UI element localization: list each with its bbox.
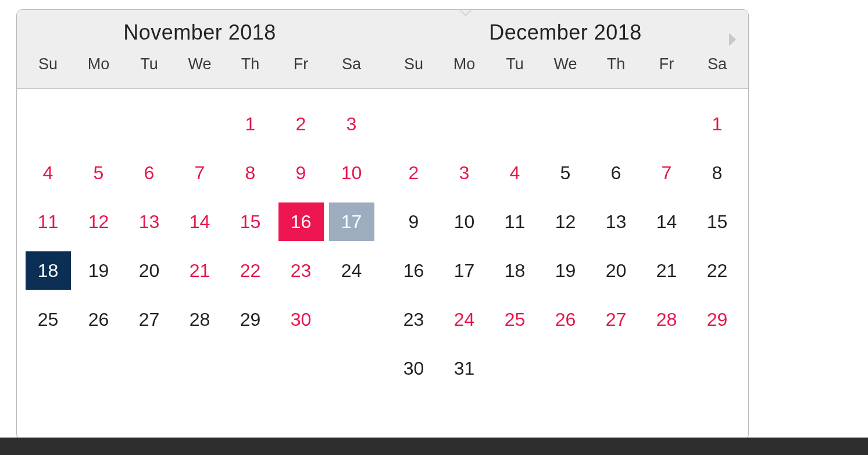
calendar-day[interactable]: 27 (591, 295, 641, 344)
calendar-day[interactable]: 15 (225, 197, 276, 246)
calendar-day-number: 21 (644, 251, 690, 290)
calendar-day[interactable]: 10 (439, 197, 490, 246)
calendar-day[interactable]: 13 (591, 197, 641, 246)
dow-label: Sa (692, 55, 742, 73)
calendar-day-number: 25 (492, 300, 538, 339)
calendar-day-number: 27 (594, 300, 639, 339)
calendar-day[interactable]: 22 (225, 246, 276, 295)
calendar-day[interactable]: 11 (23, 197, 73, 246)
dow-label: Mo (73, 55, 124, 73)
calendar-day[interactable]: 21 (641, 246, 692, 295)
calendar-day[interactable]: 20 (591, 246, 641, 295)
calendar-day[interactable]: 26 (540, 295, 591, 344)
calendar-day-number: 29 (695, 300, 740, 339)
calendar-day[interactable]: 5 (73, 148, 124, 197)
calendar-day-empty (641, 99, 692, 148)
calendar-day[interactable]: 6 (591, 148, 641, 197)
calendar-day[interactable]: 31 (439, 344, 490, 393)
calendar-day[interactable]: 3 (439, 148, 490, 197)
calendar-day[interactable]: 25 (23, 295, 73, 344)
calendar-day[interactable]: 13 (124, 197, 174, 246)
calendar-day[interactable]: 4 (23, 148, 73, 197)
calendar-day[interactable]: 19 (73, 246, 124, 295)
calendar-day-number (492, 349, 538, 388)
calendar-day-number (492, 105, 538, 143)
calendar-day[interactable]: 5 (540, 148, 591, 197)
calendar-day-empty (124, 99, 174, 148)
calendar-day[interactable]: 28 (174, 295, 225, 344)
calendar-day-number: 5 (76, 154, 122, 192)
calendar-day[interactable]: 22 (692, 246, 742, 295)
calendar-day[interactable]: 14 (174, 197, 225, 246)
calendar-day[interactable]: 2 (276, 99, 326, 148)
calendar-day[interactable]: 23 (276, 246, 326, 295)
calendar-day[interactable]: 25 (490, 295, 540, 344)
calendar-day-empty (692, 344, 742, 393)
calendar-week: 3031 (388, 344, 742, 393)
calendar-day-number: 8 (695, 154, 740, 192)
calendar-day[interactable]: 11 (490, 197, 540, 246)
calendar-day-number: 7 (644, 154, 690, 192)
calendar-day-number: 12 (76, 202, 122, 241)
calendar-day[interactable]: 4 (490, 148, 540, 197)
calendar-day[interactable]: 12 (540, 197, 591, 246)
calendar-day-number: 18 (26, 251, 71, 290)
calendar-day[interactable]: 7 (174, 148, 225, 197)
calendar-day[interactable]: 2 (388, 148, 439, 197)
calendar-day-number: 22 (228, 251, 273, 290)
dow-label: We (174, 55, 225, 73)
calendar-day[interactable]: 30 (388, 344, 439, 393)
calendar-day[interactable]: 9 (276, 148, 326, 197)
calendar-day-number: 23 (391, 300, 437, 339)
calendar-day-number: 13 (594, 202, 639, 241)
calendar-day[interactable]: 18 (23, 246, 73, 295)
calendar-day[interactable]: 29 (692, 295, 742, 344)
calendar-day-number: 1 (228, 105, 273, 143)
calendar-day[interactable]: 20 (124, 246, 174, 295)
calendar-day[interactable]: 8 (225, 148, 276, 197)
calendar-day[interactable]: 16 (388, 246, 439, 295)
calendar-day[interactable]: 9 (388, 197, 439, 246)
calendar-day-number: 29 (228, 300, 273, 339)
calendar-day[interactable]: 8 (692, 148, 742, 197)
dow-label: We (540, 55, 591, 73)
calendar-day[interactable]: 15 (692, 197, 742, 246)
month-right-title: December 2018 (383, 20, 748, 45)
svg-marker-0 (729, 33, 736, 46)
calendar-day[interactable]: 1 (692, 99, 742, 148)
calendar-day[interactable]: 30 (276, 295, 326, 344)
dow-label: Mo (439, 55, 490, 73)
calendar-day-number: 26 (76, 300, 122, 339)
calendar-day-number (177, 105, 223, 143)
calendar-day[interactable]: 14 (641, 197, 692, 246)
calendar-day[interactable]: 26 (73, 295, 124, 344)
dow-label: Fr (276, 55, 326, 73)
calendar-day[interactable]: 1 (225, 99, 276, 148)
calendar-day[interactable]: 27 (124, 295, 174, 344)
calendar-day-number: 6 (127, 154, 172, 192)
calendar-week: 16171819202122 (388, 246, 742, 295)
calendar-day-number (329, 300, 374, 339)
calendar-day[interactable]: 29 (225, 295, 276, 344)
calendar-day[interactable]: 7 (641, 148, 692, 197)
calendar-day[interactable]: 10 (326, 148, 377, 197)
calendar-day[interactable]: 16 (276, 197, 326, 246)
calendar-day[interactable]: 28 (641, 295, 692, 344)
next-month-button[interactable] (727, 32, 738, 47)
calendar-day[interactable]: 17 (439, 246, 490, 295)
calendar-day[interactable]: 12 (73, 197, 124, 246)
calendar-day-number: 24 (329, 251, 374, 290)
calendar-day[interactable]: 3 (326, 99, 377, 148)
calendar-day[interactable]: 24 (439, 295, 490, 344)
calendar-day[interactable]: 21 (174, 246, 225, 295)
calendar-day[interactable]: 24 (326, 246, 377, 295)
dow-label: Su (388, 55, 439, 73)
calendar-day-number: 31 (442, 349, 487, 388)
calendar-day[interactable]: 6 (124, 148, 174, 197)
calendar-day[interactable]: 23 (388, 295, 439, 344)
calendar-day[interactable]: 17 (326, 197, 377, 246)
calendar-day[interactable]: 18 (490, 246, 540, 295)
calendar-day-number: 30 (278, 300, 324, 339)
calendar-day[interactable]: 19 (540, 246, 591, 295)
calendar-day-number: 11 (492, 202, 538, 241)
